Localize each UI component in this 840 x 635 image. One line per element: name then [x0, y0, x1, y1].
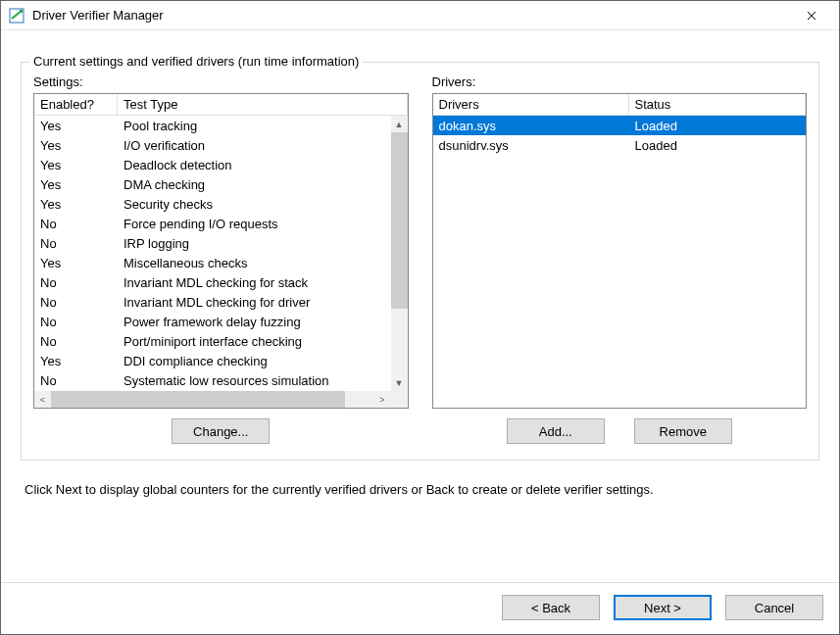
window-title: Driver Verifier Manager — [32, 8, 792, 23]
settings-cell-enabled: Yes — [34, 177, 118, 192]
settings-cell-type: I/O verification — [118, 138, 408, 153]
drivers-cell-status: Loaded — [629, 138, 807, 153]
drivers-header-status[interactable]: Status — [629, 94, 807, 115]
settings-cell-type: Invariant MDL checking for stack — [118, 275, 408, 290]
change-button[interactable]: Change... — [172, 418, 270, 444]
settings-hscrollbar[interactable]: < > — [34, 391, 391, 408]
drivers-cell-name: dsunidrv.sys — [433, 138, 629, 153]
settings-cell-enabled: No — [34, 315, 118, 329]
settings-cell-type: Force pending I/O requests — [118, 217, 408, 231]
settings-cell-enabled: No — [34, 334, 118, 349]
scroll-down-arrow-icon[interactable]: ▼ — [391, 374, 408, 391]
hint-text: Click Next to display global counters fo… — [25, 482, 815, 497]
settings-cell-enabled: Yes — [34, 354, 118, 368]
runtime-info-groupbox: Current settings and verified drivers (r… — [21, 62, 819, 461]
scroll-up-arrow-icon[interactable]: ▲ — [391, 116, 408, 132]
settings-row[interactable]: YesDMA checking — [34, 174, 408, 194]
settings-cell-enabled: Yes — [34, 197, 118, 212]
settings-column: Settings: Enabled? Test Type YesPool tra… — [33, 73, 409, 444]
drivers-row[interactable]: dokan.sysLoaded — [433, 116, 807, 135]
dialog-content: Current settings and verified drivers (r… — [1, 30, 839, 582]
settings-row[interactable]: YesPool tracking — [34, 116, 408, 135]
settings-row[interactable]: NoSystematic low resources simulation — [34, 370, 408, 390]
cancel-button[interactable]: Cancel — [725, 595, 823, 620]
drivers-label: Drivers: — [432, 74, 808, 89]
settings-cell-enabled: Yes — [34, 138, 118, 153]
settings-cell-type: Port/miniport interface checking — [118, 334, 408, 349]
titlebar: Driver Verifier Manager — [1, 1, 839, 30]
drivers-row[interactable]: dsunidrv.sysLoaded — [433, 135, 807, 155]
settings-row[interactable]: NoInvariant MDL checking for stack — [34, 272, 408, 292]
drivers-listview[interactable]: Drivers Status dokan.sysLoadeddsunidrv.s… — [432, 93, 808, 409]
settings-row[interactable]: NoPower framework delay fuzzing — [34, 312, 408, 331]
close-button[interactable] — [792, 1, 831, 30]
settings-cell-type: Miscellaneous checks — [118, 256, 408, 270]
drivers-cell-status: Loaded — [629, 119, 807, 133]
drivers-column: Drivers: Drivers Status dokan.sysLoadedd… — [432, 73, 808, 444]
settings-row[interactable]: NoIRP logging — [34, 233, 408, 253]
drivers-cell-name: dokan.sys — [433, 119, 629, 133]
settings-cell-enabled: Yes — [34, 256, 118, 270]
settings-cell-enabled: No — [34, 373, 118, 388]
settings-row[interactable]: YesI/O verification — [34, 135, 408, 155]
settings-cell-type: Deadlock detection — [118, 158, 408, 172]
close-icon — [807, 11, 816, 21]
settings-cell-type: IRP logging — [118, 236, 408, 251]
settings-cell-type: Power framework delay fuzzing — [118, 315, 408, 329]
settings-cell-type: Invariant MDL checking for driver — [118, 295, 408, 310]
settings-cell-enabled: No — [34, 275, 118, 290]
drivers-header-driver[interactable]: Drivers — [433, 94, 629, 115]
settings-row[interactable]: NoForce pending I/O requests — [34, 214, 408, 233]
scroll-right-arrow-icon[interactable]: > — [374, 391, 391, 408]
settings-row[interactable]: NoInvariant MDL checking for driver — [34, 292, 408, 312]
settings-header-row: Enabled? Test Type — [34, 94, 408, 116]
scroll-corner — [391, 391, 408, 408]
settings-cell-type: DDI compliance checking — [118, 354, 408, 368]
settings-vscrollbar[interactable]: ▲ ▼ — [391, 116, 408, 391]
settings-row[interactable]: NoPort/miniport interface checking — [34, 331, 408, 351]
settings-cell-enabled: No — [34, 295, 118, 310]
settings-cell-type: Pool tracking — [118, 119, 408, 133]
settings-header-type[interactable]: Test Type — [118, 94, 408, 115]
drivers-header-row: Drivers Status — [433, 94, 807, 116]
settings-label: Settings: — [33, 74, 409, 89]
settings-cell-enabled: Yes — [34, 158, 118, 172]
settings-cell-type: Systematic low resources simulation — [118, 373, 408, 388]
scroll-left-arrow-icon[interactable]: < — [34, 391, 51, 408]
back-button[interactable]: < Back — [502, 595, 600, 620]
wizard-button-row: < Back Next > Cancel — [1, 583, 839, 634]
scroll-thumb[interactable] — [51, 391, 345, 408]
settings-row[interactable]: YesMiscellaneous checks — [34, 253, 408, 272]
settings-cell-type: DMA checking — [118, 177, 408, 192]
next-button[interactable]: Next > — [614, 595, 712, 620]
app-icon — [9, 8, 25, 24]
settings-listview[interactable]: Enabled? Test Type YesPool trackingYesI/… — [33, 93, 409, 409]
settings-cell-enabled: No — [34, 236, 118, 251]
settings-row[interactable]: YesSecurity checks — [34, 194, 408, 214]
settings-cell-enabled: No — [34, 217, 118, 231]
settings-cell-type: Security checks — [118, 197, 408, 212]
settings-row[interactable]: YesDeadlock detection — [34, 155, 408, 174]
settings-cell-enabled: Yes — [34, 119, 118, 133]
scroll-thumb[interactable] — [391, 132, 408, 309]
settings-header-enabled[interactable]: Enabled? — [34, 94, 118, 115]
settings-row[interactable]: YesDDI compliance checking — [34, 351, 408, 370]
remove-button[interactable]: Remove — [634, 418, 732, 444]
groupbox-legend: Current settings and verified drivers (r… — [29, 54, 363, 69]
add-button[interactable]: Add... — [507, 418, 605, 444]
driver-verifier-window: Driver Verifier Manager Current settings… — [0, 0, 840, 635]
